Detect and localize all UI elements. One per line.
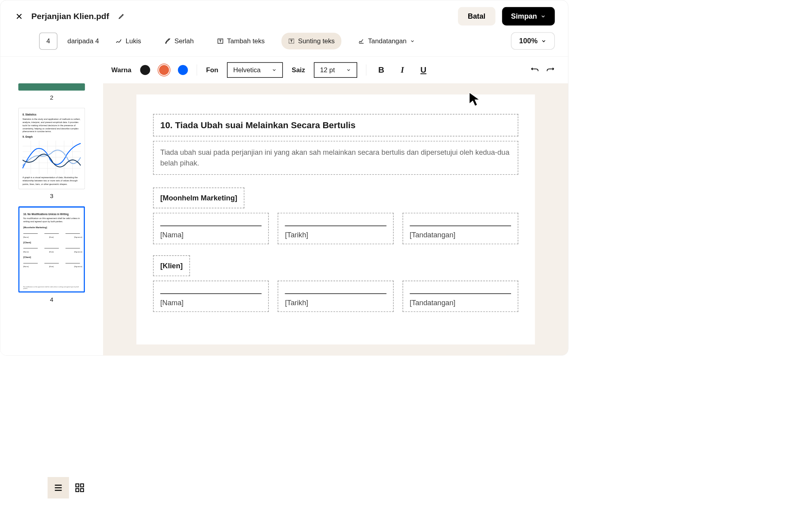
document-title: Perjanjian Klien.pdf — [31, 12, 109, 21]
document-page: 10. Tiada Ubah suai Melainkan Secara Ber… — [136, 94, 535, 344]
text-block-body[interactable]: Tiada ubah suai pada perjanjian ini yang… — [153, 141, 518, 175]
color-black[interactable] — [140, 65, 150, 75]
thumbnail-page-4[interactable]: 10. No Modifications Unless in Writing N… — [18, 206, 85, 292]
redo-button[interactable] — [546, 67, 555, 73]
rename-button[interactable] — [118, 13, 125, 20]
grid-icon — [75, 483, 85, 493]
color-label: Warna — [111, 66, 132, 74]
field-name[interactable]: [Nama] — [153, 213, 269, 244]
tool-sign[interactable]: Tandatangan — [351, 33, 421, 49]
document-canvas[interactable]: 10. Tiada Ubah suai Melainkan Secara Ber… — [103, 83, 568, 355]
chevron-down-icon — [272, 67, 277, 73]
field-signature[interactable]: [Tandatangan] — [402, 213, 518, 244]
color-orange[interactable] — [159, 65, 169, 75]
edit-text-icon — [288, 38, 295, 44]
text-block-title[interactable]: 10. Tiada Ubah suai Melainkan Secara Ber… — [153, 114, 518, 137]
save-button-label: Simpan — [511, 12, 537, 21]
field-name[interactable]: [Nama] — [153, 281, 269, 312]
svg-rect-14 — [80, 484, 84, 487]
add-text-icon — [217, 38, 224, 44]
page-total: daripada 4 — [67, 37, 99, 45]
draw-icon — [116, 38, 123, 44]
underline-button[interactable]: U — [417, 64, 430, 76]
redo-icon — [546, 67, 555, 73]
size-selector[interactable]: 12 pt — [314, 62, 357, 78]
undo-button[interactable] — [530, 67, 539, 73]
text-block-party2[interactable]: [Klien] — [153, 255, 190, 276]
svg-rect-16 — [80, 489, 84, 492]
svg-rect-13 — [76, 484, 79, 487]
tool-edit-text[interactable]: Sunting teks — [282, 33, 341, 49]
close-button[interactable] — [13, 11, 25, 22]
view-list-button[interactable] — [48, 477, 69, 498]
pencil-icon — [118, 13, 124, 19]
thumbnail-label: 4 — [50, 296, 54, 303]
tool-add-text[interactable]: Tambah teks — [210, 33, 271, 49]
view-grid-button[interactable] — [69, 477, 90, 498]
thumbnail-label: 3 — [50, 192, 54, 200]
thumbnail-label: 2 — [50, 94, 54, 101]
cancel-button[interactable]: Batal — [458, 7, 496, 26]
tool-draw[interactable]: Lukis — [109, 33, 148, 49]
color-blue[interactable] — [178, 65, 188, 75]
page-number-input[interactable]: 4 — [39, 33, 57, 50]
save-button[interactable]: Simpan — [502, 7, 555, 26]
thumbnail-page-2[interactable] — [18, 83, 85, 90]
divider — [197, 64, 197, 75]
highlight-icon — [165, 38, 171, 44]
thumbnail-page-3[interactable]: 8. Statistics Statistics is the study an… — [18, 108, 85, 189]
font-label: Fon — [206, 66, 218, 74]
close-icon — [15, 12, 23, 20]
undo-icon — [530, 67, 539, 73]
svg-rect-15 — [76, 489, 79, 492]
tool-highlight[interactable]: Serlah — [158, 33, 200, 49]
divider — [366, 64, 366, 75]
chevron-down-icon — [410, 38, 415, 44]
chart-preview — [23, 140, 81, 174]
text-block-party1[interactable]: [Moonhelm Marketing] — [153, 188, 245, 209]
field-signature[interactable]: [Tandatangan] — [402, 281, 518, 312]
italic-button[interactable]: I — [396, 64, 408, 76]
chevron-down-icon — [540, 13, 546, 19]
font-selector[interactable]: Helvetica — [227, 62, 283, 78]
field-date[interactable]: [Tarikh] — [278, 213, 393, 244]
sign-icon — [358, 38, 365, 44]
field-date[interactable]: [Tarikh] — [278, 281, 393, 312]
chevron-down-icon — [541, 38, 546, 44]
size-label: Saiz — [292, 66, 305, 74]
thumbnail-sidebar: 2 8. Statistics Statistics is the study … — [0, 83, 103, 355]
list-icon — [53, 483, 63, 493]
bold-button[interactable]: B — [375, 64, 387, 76]
zoom-selector[interactable]: 100% — [511, 32, 555, 50]
chevron-down-icon — [346, 67, 351, 73]
